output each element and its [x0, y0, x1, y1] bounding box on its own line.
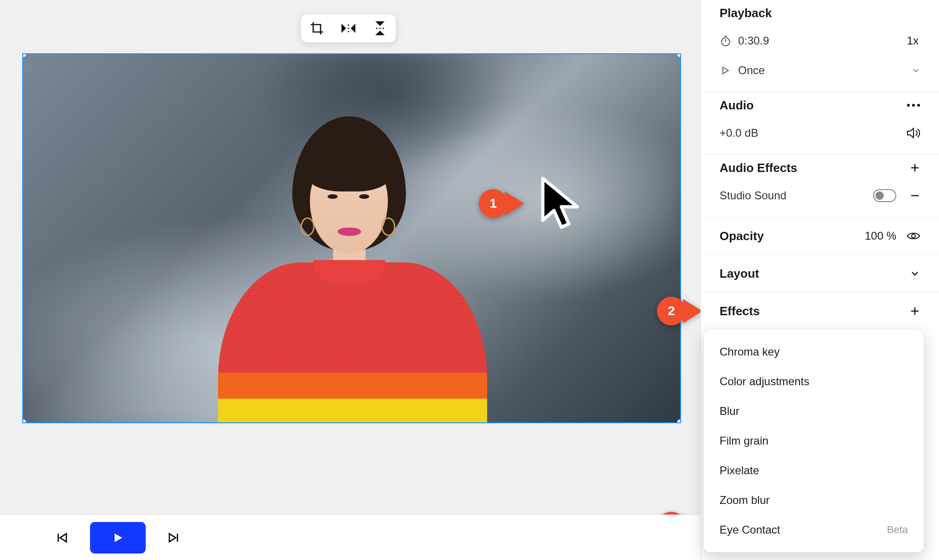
video-subject — [199, 98, 506, 422]
video-preview[interactable] — [22, 53, 681, 423]
flip-vertical-icon — [373, 20, 387, 36]
canvas-area — [0, 0, 701, 515]
flip-vertical-button[interactable] — [371, 19, 389, 38]
svg-point-22 — [917, 104, 920, 107]
play-outline-icon — [720, 65, 731, 76]
eye-icon — [907, 231, 920, 241]
section-playback: Playback 0:30.9 1x Once — [701, 0, 939, 92]
annotation-step-2: 2 — [657, 297, 686, 325]
play-button[interactable] — [90, 522, 146, 554]
section-opacity: Opacity 100 % — [701, 217, 939, 255]
add-audio-effect-button[interactable] — [905, 162, 920, 173]
svg-marker-13 — [115, 533, 122, 542]
audio-title: Audio — [720, 98, 905, 113]
svg-point-7 — [376, 28, 378, 29]
svg-point-27 — [912, 234, 915, 238]
resize-handle-bl[interactable] — [22, 419, 26, 423]
audio-effect-studio-sound[interactable]: Studio Sound — [720, 181, 920, 210]
play-icon — [111, 531, 124, 544]
effect-blur[interactable]: Blur — [704, 396, 924, 426]
crop-icon — [309, 21, 324, 36]
svg-marker-14 — [169, 534, 176, 542]
svg-point-16 — [721, 38, 729, 46]
resize-handle-br[interactable] — [677, 419, 681, 423]
chevron-down-icon — [909, 268, 920, 279]
cursor-pointer-graphic — [538, 176, 585, 236]
more-horizontal-icon — [907, 103, 920, 108]
svg-marker-19 — [723, 67, 728, 74]
section-effects: Effects — [701, 293, 939, 330]
volume-button[interactable] — [905, 127, 920, 139]
skip-forward-icon — [167, 531, 181, 545]
effect-chroma-key[interactable]: Chroma key — [704, 337, 924, 367]
beta-tag: Beta — [887, 524, 908, 536]
svg-point-4 — [348, 31, 349, 32]
effect-eye-contact[interactable]: Eye Contact Beta — [704, 515, 924, 545]
svg-point-9 — [383, 28, 384, 29]
crop-button[interactable] — [308, 19, 326, 38]
svg-point-3 — [348, 28, 349, 29]
effect-zoom-blur[interactable]: Zoom blur — [704, 485, 924, 515]
svg-point-8 — [379, 28, 381, 29]
opacity-title: Opacity — [720, 229, 865, 243]
duration-value: 0:30.9 — [738, 34, 907, 47]
plus-icon — [909, 162, 920, 173]
annotation-step-1: 1 — [479, 189, 508, 218]
audio-gain-value: +0.0 dB — [720, 127, 905, 140]
flip-horizontal-icon — [341, 21, 356, 35]
section-layout[interactable]: Layout — [701, 255, 939, 293]
svg-marker-5 — [375, 21, 385, 26]
effect-color-adjustments[interactable]: Color adjustments — [704, 367, 924, 396]
clip-toolbar — [301, 14, 396, 43]
flip-horizontal-button[interactable] — [339, 19, 358, 38]
svg-point-20 — [907, 104, 910, 107]
svg-point-21 — [912, 104, 915, 107]
svg-marker-23 — [907, 128, 913, 138]
svg-marker-1 — [351, 24, 355, 33]
opacity-row[interactable]: Opacity 100 % — [720, 217, 920, 255]
section-audio: Audio +0.0 dB — [701, 92, 939, 155]
remove-studio-sound-button[interactable] — [905, 190, 920, 201]
studio-sound-label: Studio Sound — [720, 189, 873, 202]
resize-handle-tl[interactable] — [22, 53, 26, 57]
audio-effects-title: Audio Effects — [720, 161, 905, 175]
playback-title: Playback — [720, 6, 772, 20]
chevron-down-icon — [911, 66, 920, 75]
opacity-value: 100 % — [865, 229, 896, 242]
playback-bar — [0, 515, 701, 560]
volume-icon — [907, 127, 920, 139]
audio-gain-row[interactable]: +0.0 dB — [720, 118, 920, 148]
effect-film-grain[interactable]: Film grain — [704, 426, 924, 456]
svg-point-2 — [348, 25, 349, 26]
speed-value: 1x — [907, 34, 919, 47]
layout-title: Layout — [720, 267, 905, 281]
add-effect-button[interactable] — [905, 305, 920, 317]
svg-marker-6 — [375, 31, 385, 35]
stopwatch-icon — [720, 35, 732, 47]
resize-handle-tr[interactable] — [677, 53, 681, 57]
plus-icon — [909, 305, 920, 317]
playback-duration-row[interactable]: 0:30.9 1x — [720, 26, 920, 56]
minus-icon — [909, 190, 920, 201]
effects-title: Effects — [720, 304, 905, 318]
svg-marker-12 — [60, 534, 66, 542]
audio-more-button[interactable] — [905, 103, 920, 108]
svg-marker-0 — [341, 24, 346, 33]
skip-back-icon — [55, 531, 69, 545]
studio-sound-toggle[interactable] — [873, 189, 896, 202]
next-frame-button[interactable] — [163, 527, 185, 548]
playback-loop-row[interactable]: Once — [720, 56, 920, 85]
effects-menu: Chroma key Color adjustments Blur Film g… — [703, 329, 924, 553]
svg-marker-10 — [543, 178, 577, 227]
effect-pixelate[interactable]: Pixelate — [704, 456, 924, 485]
prev-frame-button[interactable] — [51, 527, 72, 548]
section-audio-effects: Audio Effects Studio Sound — [701, 155, 939, 217]
